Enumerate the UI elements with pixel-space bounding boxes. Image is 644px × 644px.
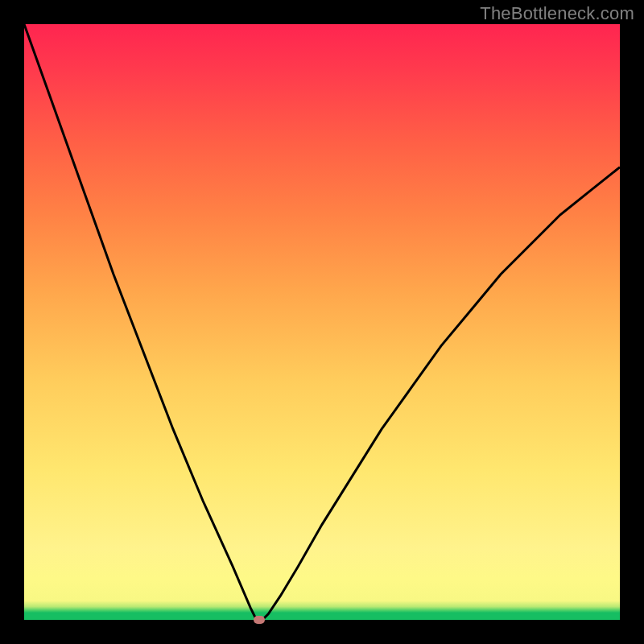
bottleneck-curve: [24, 24, 620, 620]
curve-path: [24, 24, 620, 620]
plot-area: [24, 24, 620, 620]
watermark-text: TheBottleneck.com: [480, 3, 634, 24]
chart-frame: TheBottleneck.com: [0, 0, 644, 644]
minimum-marker: [254, 616, 265, 624]
